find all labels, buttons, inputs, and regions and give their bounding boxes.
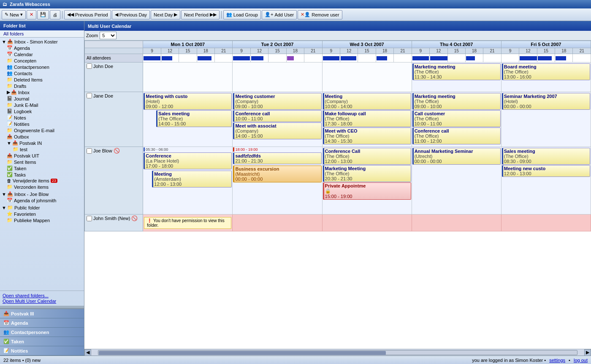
sidebar-item-taken[interactable]: ✅ Taken bbox=[1, 165, 83, 171]
event-conference-laplace[interactable]: Conference (La Place Hotel) 17:00 - 18:0… bbox=[144, 152, 232, 169]
sidebar-item-verwijderde[interactable]: 🗑 Verwijderde items 23 bbox=[1, 178, 83, 184]
event-board-meeting-john[interactable]: Board meeting (The Office) 13:00 - 16:00 bbox=[502, 63, 590, 80]
event-conf-call[interactable]: Conference Call (The Office) 12:00 - 13:… bbox=[323, 148, 411, 165]
new-button[interactable]: ✎ New ▾ bbox=[2, 10, 26, 19]
joe-blow-mon[interactable]: 05:30 - 06:00 Conference (La Place Hotel… bbox=[143, 147, 233, 215]
event-call-customer[interactable]: Call customer (The Office) 10:00 - 11:00 bbox=[412, 110, 501, 127]
open-shared-folders-link[interactable]: Open shared folders... bbox=[3, 293, 81, 298]
event-meeting-customer[interactable]: Meeting customer (Company) 09:00 - 10:00 bbox=[233, 93, 321, 110]
jane-doe-mon[interactable]: Meeting with custo (Hotel) 09:00 - 12:00… bbox=[143, 92, 233, 147]
bottom-panel-taken[interactable]: ✅ Taken bbox=[0, 337, 84, 346]
remove-user-button[interactable]: ✕👤 Remove user bbox=[298, 10, 342, 19]
settings-link[interactable]: settings bbox=[549, 358, 565, 363]
sum-tue-2 bbox=[250, 54, 268, 62]
sidebar-item-inbox-simon[interactable]: ▼ 📥 Inbox - Simon Koster bbox=[1, 38, 83, 45]
event-sales-meeting-joe[interactable]: Sales meeting (The Office) 08:30 - 09:00 bbox=[502, 148, 590, 165]
sidebar-item-inbox-sub[interactable]: ▶ 📥 Inbox bbox=[1, 89, 83, 95]
sidebar-item-logboek[interactable]: 📓 Logboek bbox=[1, 108, 83, 114]
event-private-appt[interactable]: Private Appointme 🔒 15:00 - 19:00 bbox=[323, 182, 411, 200]
sidebar-all-folders[interactable]: All folders bbox=[0, 30, 84, 38]
john-doe-fri[interactable]: Board meeting (The Office) 13:00 - 16:00 bbox=[501, 62, 591, 92]
event-meet-associat[interactable]: Meet with associat (Company) 14:00 - 15:… bbox=[233, 122, 321, 139]
event-sales-meeting[interactable]: Sales meeting (The Office) 14:00 - 15:00 bbox=[156, 110, 232, 127]
joe-blow-thu[interactable]: Annual Marketing Seminar (Utrecht) 00:00… bbox=[412, 147, 501, 215]
joe-blow-checkbox[interactable] bbox=[87, 148, 92, 154]
john-doe-wed[interactable] bbox=[322, 62, 412, 92]
prev-period-button[interactable]: ◀◀ Previous Period bbox=[64, 10, 111, 19]
sidebar-item-agenda-johnsmith[interactable]: 📅 Agenda of johnsmith bbox=[1, 197, 83, 204]
event-business-excursion[interactable]: Business excursion (Maastricht) 00:00 - … bbox=[233, 166, 321, 182]
open-multi-user-cal-link[interactable]: Open Multi User Calendar bbox=[3, 299, 81, 304]
event-marketing-meeting-jane[interactable]: Marketing meeting (The Office) 09:00 - 1… bbox=[412, 93, 501, 110]
sidebar-item-calendar[interactable]: 📅 Calendar bbox=[1, 51, 83, 57]
john-doe-tue[interactable] bbox=[233, 62, 322, 92]
event-sadfzfzdfds[interactable]: sadfzfzdfds 21:00 - 21:30 bbox=[233, 152, 321, 164]
sidebar-item-sent[interactable]: 📁 Sent Items bbox=[1, 159, 83, 165]
add-user-button[interactable]: 👤+ Add User bbox=[262, 10, 297, 19]
joe-blow-wed[interactable]: Conference Call (The Office) 12:00 - 13:… bbox=[322, 147, 412, 215]
bottom-panel-notities[interactable]: 📝 Notities bbox=[0, 346, 84, 356]
joe-blow-fri[interactable]: Sales meeting (The Office) 08:30 - 09:00… bbox=[501, 147, 591, 215]
jane-doe-wed[interactable]: Meeting (Company) 10:00 - 14:00 Make fol… bbox=[322, 92, 412, 147]
next-period-button[interactable]: Next Period ▶▶ bbox=[181, 10, 219, 19]
event-annual-seminar[interactable]: Annual Marketing Seminar (Utrecht) 00:00… bbox=[412, 148, 501, 165]
event-conference-call[interactable]: Conference call 10:00 - 11:00 bbox=[233, 110, 321, 122]
jane-doe-fri[interactable]: Seminar Marketing 2007 (Hotel) 00:00 - 0… bbox=[501, 92, 591, 147]
save-button[interactable]: 💾 bbox=[37, 10, 49, 19]
jane-doe-thu[interactable]: Marketing meeting (The Office) 09:00 - 1… bbox=[412, 92, 501, 147]
bottom-panel-agenda[interactable]: 📅 Agenda bbox=[0, 318, 84, 328]
jane-doe-checkbox[interactable] bbox=[87, 93, 92, 98]
event-meeting-custo[interactable]: Meeting with custo (Hotel) 09:00 - 12:00 bbox=[144, 93, 232, 110]
logout-link[interactable]: log out bbox=[574, 358, 588, 363]
sidebar-item-public-folder[interactable]: ▼ 📁 Public folder bbox=[1, 204, 83, 211]
bottom-panel-contactpersonen[interactable]: 👥 Contactpersonen bbox=[0, 328, 84, 337]
sidebar-item-agenda[interactable]: 📅 Agenda bbox=[1, 45, 83, 51]
sidebar-item-inbox-joe[interactable]: ▼ 📥 Inbox - Joe Blow bbox=[1, 191, 83, 197]
horizontal-scrollbar[interactable] bbox=[98, 350, 577, 355]
scroll-left-button[interactable]: ◀ bbox=[84, 349, 91, 356]
sidebar-item-publieke-mappen[interactable]: 📁 Publieke Mappen bbox=[1, 217, 83, 223]
sidebar-item-outbox[interactable]: 📤 Outbox bbox=[1, 133, 83, 140]
print-button[interactable]: 🖨 bbox=[50, 10, 60, 19]
sidebar-item-journal[interactable]: 📓 Journal bbox=[1, 95, 83, 102]
zoom-select[interactable]: 1234 5678 bbox=[100, 32, 117, 39]
sidebar-item-postvak-uit[interactable]: 📤 Postvak UIT bbox=[1, 152, 83, 159]
sidebar-item-concepten[interactable]: 📁 Concepten bbox=[1, 57, 83, 64]
sidebar-item-postvak-in[interactable]: ▼ 📥 Postvak IN bbox=[1, 140, 83, 146]
next-day-button[interactable]: Next Day ▶ bbox=[151, 10, 180, 19]
sidebar-item-contactpersonen[interactable]: 👥 Contactpersonen bbox=[1, 64, 83, 70]
joe-blow-tue[interactable]: 18:00 - 19:00 sadfzfzdfds 21:00 - 21:30 … bbox=[233, 147, 322, 215]
event-seminar-marketing[interactable]: Seminar Marketing 2007 (Hotel) 00:00 - 0… bbox=[502, 93, 590, 110]
sidebar-item-verzonden[interactable]: 📁 Verzonden items bbox=[1, 184, 83, 190]
event-make-followup[interactable]: Make followup call (The Office) 17:30 - … bbox=[323, 110, 411, 127]
sidebar-item-tasks[interactable]: ✅ Tasks bbox=[1, 171, 83, 178]
john-doe-mon[interactable] bbox=[143, 62, 233, 92]
jane-doe-tue[interactable]: Meeting customer (Company) 09:00 - 10:00… bbox=[233, 92, 322, 147]
calendar-grid-container[interactable]: Mon 1 Oct 2007 Tue 2 Oct 2007 Wed 3 Oct … bbox=[84, 41, 591, 349]
scroll-right-button[interactable]: ▶ bbox=[584, 349, 591, 356]
john-doe-thu[interactable]: Marketing meeting (The Office) 11:30 - 1… bbox=[412, 62, 501, 92]
event-meet-ceo[interactable]: Meet with CEO (The Office) 14:30 - 15:30 bbox=[323, 128, 411, 144]
event-meeting-amsterdam[interactable]: Meeting (Amsterdam) 12:00 - 13:00 bbox=[152, 171, 232, 187]
load-group-button[interactable]: 👥 Load Group bbox=[223, 10, 261, 19]
john-smith-checkbox[interactable] bbox=[87, 216, 92, 221]
sidebar-item-ongewenste[interactable]: 📁 Ongewenste E-mail bbox=[1, 127, 83, 133]
sidebar-item-favorieten[interactable]: ⭐ Favorieten bbox=[1, 211, 83, 217]
event-meeting-company[interactable]: Meeting (Company) 10:00 - 14:00 bbox=[323, 93, 411, 110]
event-meeting-new-custo[interactable]: Meeting new custo 12:00 - 13:00 bbox=[502, 165, 590, 177]
sidebar-item-notes[interactable]: 📝 Notes bbox=[1, 114, 83, 121]
time-thu-12: 12 bbox=[430, 48, 447, 54]
bottom-panel-postvak[interactable]: 📥 Postvak III bbox=[0, 309, 84, 318]
event-conference-call-jane[interactable]: Conference call (The Office) 11:00 - 12:… bbox=[412, 128, 501, 144]
event-marketing-meeting-john[interactable]: Marketing meeting (The Office) 11:30 - 1… bbox=[412, 63, 501, 80]
sidebar-item-junk[interactable]: 📁 Junk E-Mail bbox=[1, 102, 83, 108]
sidebar-item-deleted[interactable]: 📁 Deleted Items bbox=[1, 76, 83, 83]
sidebar-item-test[interactable]: 📁 test bbox=[1, 146, 83, 152]
delete-button[interactable]: ✕ bbox=[27, 10, 36, 19]
sidebar-item-drafts[interactable]: 📁 Drafts bbox=[1, 83, 83, 89]
john-doe-checkbox[interactable] bbox=[87, 63, 92, 69]
sidebar-item-notities[interactable]: 📝 Notities bbox=[1, 121, 83, 127]
event-marketing-meeting-joe[interactable]: Marketing Meeting (The Office) 20:30 - 2… bbox=[323, 165, 411, 182]
sidebar-item-contacts[interactable]: 👥 Contacts bbox=[1, 70, 83, 76]
prev-day-button[interactable]: ◀ Previous Day bbox=[112, 10, 150, 19]
